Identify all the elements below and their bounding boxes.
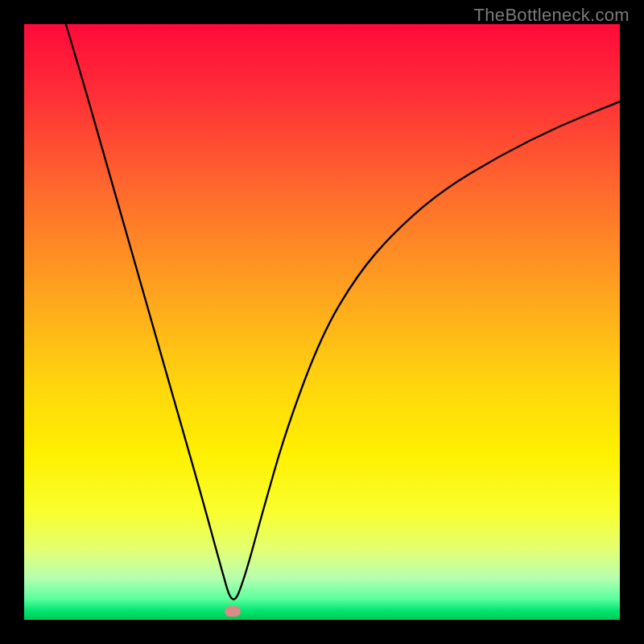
chart-plot-area (24, 24, 620, 620)
watermark-text: TheBottleneck.com (474, 5, 630, 26)
chart-curve (24, 24, 620, 620)
chart-minimum-marker (225, 606, 241, 617)
